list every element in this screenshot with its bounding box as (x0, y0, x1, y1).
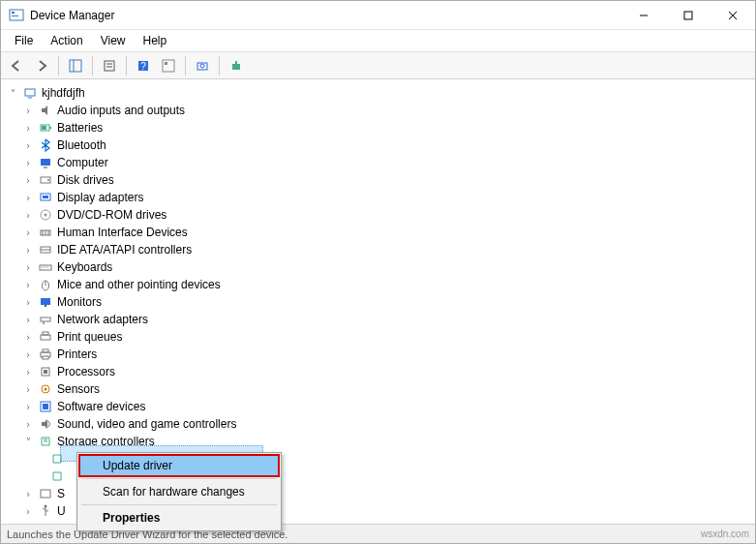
properties-button[interactable] (98, 55, 121, 76)
tree-item-ide[interactable]: ›IDE ATA/ATAPI controllers (3, 241, 753, 258)
tree-item-network[interactable]: ›Network adapters (3, 311, 753, 328)
tree-item-monitors[interactable]: ›Monitors (3, 293, 753, 311)
context-menu: Update driver Scan for hardware changes … (76, 452, 282, 531)
tree-item-display-adapters[interactable]: ›Display adapters (3, 189, 753, 206)
cpu-icon (38, 364, 53, 379)
menu-view[interactable]: View (93, 32, 134, 49)
options-button[interactable] (157, 55, 180, 76)
expand-icon[interactable]: › (22, 245, 34, 256)
context-scan-hardware[interactable]: Scan for hardware changes (79, 481, 279, 502)
svg-rect-20 (25, 89, 35, 96)
show-hide-tree-button[interactable] (64, 55, 87, 76)
app-icon (9, 8, 24, 23)
tree-item-computer[interactable]: ›Computer (3, 154, 753, 171)
svg-rect-25 (41, 159, 50, 166)
tree-item-audio[interactable]: ›Audio inputs and outputs (3, 102, 753, 119)
svg-point-28 (47, 179, 49, 181)
svg-point-17 (200, 64, 204, 68)
svg-point-61 (45, 505, 47, 508)
svg-rect-23 (49, 127, 51, 129)
context-divider (81, 504, 277, 505)
watermark: wsxdn.com (701, 529, 749, 539)
collapse-icon[interactable]: ˅ (22, 437, 34, 447)
tree-item-dvd-cd[interactable]: ›DVD/CD-ROM drives (3, 206, 753, 224)
mouse-icon (38, 277, 53, 292)
svg-rect-51 (43, 349, 48, 352)
tree-root[interactable]: ˅ kjhdfdjfh (3, 84, 753, 102)
collapse-icon[interactable]: ˅ (7, 88, 18, 99)
svg-rect-45 (41, 317, 50, 321)
svg-rect-15 (165, 62, 167, 65)
expand-icon[interactable]: › (22, 384, 34, 395)
menu-action[interactable]: Action (43, 32, 90, 49)
svg-rect-24 (42, 126, 46, 130)
tree-item-disk-drives[interactable]: ›Disk drives (3, 171, 753, 189)
toolbar-separator (219, 56, 220, 76)
expand-icon[interactable]: › (22, 123, 34, 134)
forward-button[interactable] (30, 55, 53, 76)
minimize-button[interactable] (621, 1, 666, 30)
svg-rect-18 (232, 64, 240, 70)
back-button[interactable] (5, 55, 28, 76)
tree-item-sensors[interactable]: ›Sensors (3, 380, 753, 398)
expand-icon[interactable]: › (22, 280, 34, 290)
menu-help[interactable]: Help (136, 32, 175, 49)
expand-icon[interactable]: › (22, 262, 34, 273)
tree-item-mice[interactable]: ›Mice and other pointing devices (3, 276, 753, 293)
tree-item-keyboards[interactable]: ›Keyboards (3, 258, 753, 276)
expand-icon[interactable]: › (22, 349, 34, 360)
display-adapter-icon (38, 190, 53, 205)
tree-item-hid[interactable]: ›Human Interface Devices (3, 224, 753, 241)
context-properties[interactable]: Properties (79, 507, 279, 529)
svg-rect-19 (235, 61, 237, 64)
expand-icon[interactable]: › (22, 367, 34, 378)
svg-rect-9 (105, 61, 114, 71)
close-button[interactable] (711, 1, 755, 30)
storage-child-icon (49, 468, 65, 484)
expand-icon[interactable]: › (22, 332, 34, 343)
expand-icon[interactable]: › (22, 140, 34, 151)
expand-icon[interactable]: › (22, 419, 34, 430)
expand-icon[interactable]: › (22, 227, 34, 238)
ide-icon (38, 242, 53, 257)
expand-icon[interactable]: › (22, 193, 34, 203)
keyboard-icon (38, 259, 53, 275)
toolbar-separator (58, 56, 59, 76)
svg-point-32 (45, 214, 47, 217)
tree-item-printers[interactable]: ›Printers (3, 346, 753, 363)
expand-icon[interactable]: › (22, 315, 34, 325)
context-update-driver[interactable]: Update driver (79, 455, 279, 476)
tree-item-print-queues[interactable]: ›Print queues (3, 328, 753, 346)
tree-item-batteries[interactable]: ›Batteries (3, 119, 753, 136)
expand-icon[interactable]: › (22, 158, 34, 168)
svg-rect-48 (41, 335, 50, 340)
sensor-icon (38, 381, 53, 397)
disk-icon (38, 172, 53, 188)
expand-icon[interactable]: › (22, 402, 34, 412)
tree-item-sound-video-game[interactable]: ›Sound, video and game controllers (3, 415, 753, 433)
svg-rect-4 (684, 12, 692, 19)
expand-icon[interactable]: › (22, 297, 34, 308)
tree-item-processors[interactable]: ›Processors (3, 363, 753, 380)
toolbar-separator (185, 56, 186, 76)
window-title: Device Manager (30, 9, 621, 22)
svg-rect-49 (43, 332, 48, 335)
expand-icon[interactable]: › (22, 210, 34, 221)
menu-file[interactable]: File (7, 32, 41, 49)
expand-icon[interactable]: › (22, 106, 34, 116)
computer-root-icon (22, 85, 38, 101)
expand-icon[interactable]: › (22, 506, 34, 517)
tree-item-software-devices[interactable]: ›Software devices (3, 398, 753, 415)
add-legacy-button[interactable] (225, 55, 248, 76)
expand-icon[interactable]: › (22, 489, 34, 499)
help-button[interactable]: ? (132, 55, 155, 76)
svg-text:?: ? (140, 61, 146, 72)
svg-rect-2 (12, 15, 18, 16)
scan-hardware-button[interactable] (191, 55, 214, 76)
tree-item-bluetooth[interactable]: ›Bluetooth (3, 136, 753, 154)
maximize-button[interactable] (666, 1, 711, 30)
usb-icon (38, 503, 53, 519)
menubar: File Action View Help (1, 30, 755, 52)
expand-icon[interactable]: › (22, 175, 34, 186)
svg-rect-0 (10, 10, 23, 20)
